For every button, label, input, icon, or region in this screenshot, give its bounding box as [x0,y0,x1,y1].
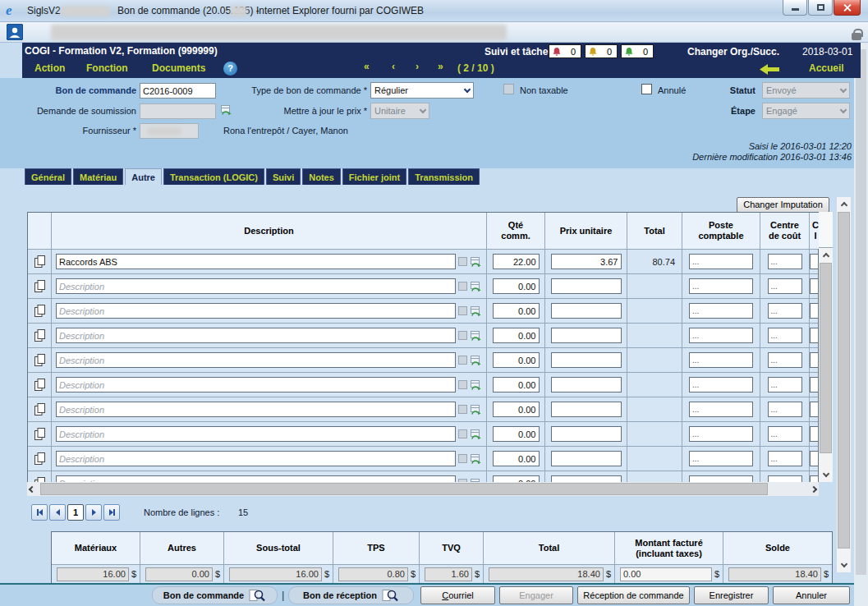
quantity-input[interactable] [493,402,540,417]
description-input[interactable] [56,328,456,343]
nav-last-button[interactable]: » [438,61,443,72]
alert-counter[interactable]: 0 [549,44,581,58]
bon-de-reception-print-button[interactable]: Bon de réception [288,586,414,604]
menu-fonction[interactable]: Fonction [86,62,128,74]
poste-comptable-lookup[interactable]: ... [689,451,753,466]
poste-comptable-lookup[interactable]: ... [689,377,753,393]
quantity-input[interactable] [493,352,540,368]
copy-icon[interactable] [34,255,45,268]
copy-icon[interactable] [34,354,45,366]
chevron-left-icon[interactable] [29,485,35,492]
maximize-button[interactable] [808,0,833,16]
copy-icon[interactable] [34,305,45,317]
import-icon[interactable] [470,256,481,268]
back-arrow-icon[interactable] [760,64,779,75]
centre-de-cout-lookup[interactable]: ... [768,328,802,343]
import-icon[interactable] [470,330,481,342]
copy-icon[interactable] [34,428,45,440]
alert-counter[interactable]: 0 [585,44,618,58]
courriel-button[interactable]: Courriel [420,586,495,604]
import-icon[interactable] [470,355,481,366]
centre-de-cout-lookup[interactable]: ... [768,402,802,417]
page-last-button[interactable] [103,504,120,521]
changer-org-link[interactable]: Changer Org./Succ. [687,46,779,57]
unit-price-input[interactable] [551,278,622,294]
row-checkbox[interactable] [458,331,467,340]
centre-de-cout-lookup[interactable]: ... [768,352,802,368]
outer-scrollbar-thumb[interactable] [856,49,866,575]
quantity-input[interactable] [493,328,540,343]
chevron-right-icon[interactable] [811,485,817,492]
minimize-button[interactable] [783,0,807,16]
quantity-input[interactable] [493,303,540,319]
tab[interactable]: Transmission [408,168,480,185]
unit-price-input[interactable] [551,451,622,466]
import-icon[interactable] [470,305,481,317]
table-vertical-scrollbar[interactable] [819,248,833,482]
import-icon[interactable] [470,281,481,292]
unit-price-input[interactable] [551,254,622,269]
page-next-button[interactable] [85,504,102,521]
tab[interactable]: Transaction (LOGIC) [163,168,264,185]
quantity-input[interactable] [493,377,540,393]
menu-action[interactable]: Action [34,62,65,74]
row-checkbox[interactable] [458,429,467,438]
centre-de-cout-lookup[interactable]: ... [768,451,802,466]
nav-first-button[interactable]: « [364,61,370,72]
unit-price-input[interactable] [551,328,622,343]
quantity-input[interactable] [493,451,540,466]
quantity-input[interactable] [493,426,540,442]
menu-documents[interactable]: Documents [152,62,205,74]
alert-counter[interactable]: 0 [621,44,654,58]
row-checkbox[interactable] [458,454,467,463]
description-input[interactable] [56,278,456,294]
unit-price-input[interactable] [551,377,622,393]
scroll-up-button[interactable] [819,248,833,262]
row-checkbox[interactable] [458,306,467,315]
reception-de-commande-button[interactable]: Réception de commande [577,586,690,604]
copy-icon[interactable] [34,452,45,465]
content-scrollbar-thumb[interactable] [838,212,850,549]
description-input[interactable] [56,377,456,393]
scroll-down-button[interactable] [819,468,833,482]
description-input[interactable] [56,352,456,368]
import-icon[interactable] [470,404,481,415]
horizontal-scrollbar-thumb[interactable] [40,483,768,495]
poste-comptable-lookup[interactable]: ... [689,426,753,442]
unit-price-input[interactable] [551,303,622,319]
poste-comptable-lookup[interactable]: ... [689,352,753,368]
poste-comptable-lookup[interactable]: ... [689,254,753,269]
row-checkbox[interactable] [458,282,467,291]
annuler-button[interactable]: Annuler [773,586,850,604]
centre-de-cout-lookup[interactable]: ... [768,426,802,442]
nav-next-button[interactable]: › [416,61,419,72]
bon-de-commande-input[interactable] [140,83,216,99]
row-checkbox[interactable] [458,257,467,266]
help-icon[interactable]: ? [223,62,237,76]
centre-de-cout-lookup[interactable]: ... [768,278,802,294]
unit-price-input[interactable] [551,402,622,417]
enregistrer-button[interactable]: Enregistrer [694,586,769,604]
tab[interactable]: Autre [125,168,162,185]
non-taxable-checkbox[interactable] [503,84,514,94]
type-bon-select[interactable]: Régulier [370,82,474,99]
poste-comptable-lookup[interactable]: ... [689,402,753,417]
content-vertical-scrollbar[interactable] [837,197,851,572]
close-button[interactable] [834,0,861,16]
import-icon[interactable] [470,429,481,440]
quantity-input[interactable] [493,254,540,269]
description-input[interactable] [56,303,456,319]
poste-comptable-lookup[interactable]: ... [689,328,753,343]
row-checkbox[interactable] [458,356,467,365]
tab[interactable]: Suivi [266,168,301,185]
unit-price-input[interactable] [551,426,622,442]
table-horizontal-scrollbar[interactable] [27,482,819,496]
table-scrollbar-thumb[interactable] [820,263,832,453]
bon-de-commande-print-button[interactable]: Bon de commande [152,586,278,604]
nav-prev-button[interactable]: ‹ [392,61,395,72]
description-input[interactable] [56,451,456,466]
tab[interactable]: Notes [302,168,341,185]
description-input[interactable] [56,254,456,269]
import-icon[interactable] [470,453,481,465]
poste-comptable-lookup[interactable]: ... [689,278,753,294]
